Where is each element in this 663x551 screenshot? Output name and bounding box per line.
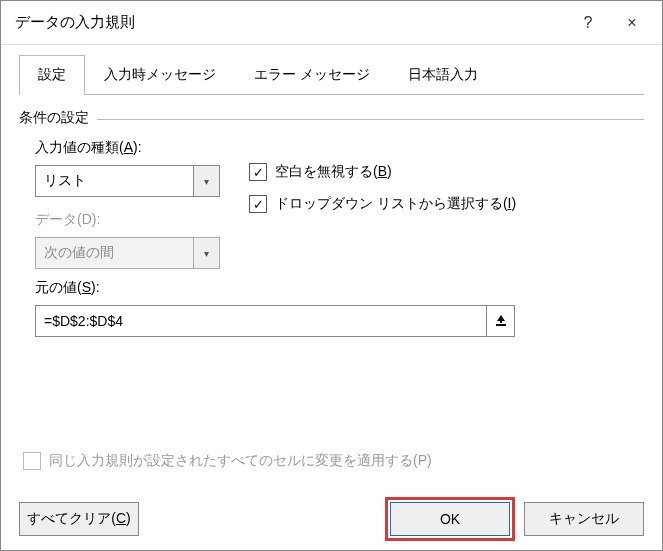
svg-rect-0 [496,324,506,326]
titlebar: データの入力規則 ? × [1,1,662,45]
checkbox-checked-icon: ✓ [249,195,267,213]
tab-ime[interactable]: 日本語入力 [389,55,497,94]
tab-bar: 設定 入力時メッセージ エラー メッセージ 日本語入力 [19,55,644,95]
group-label: 条件の設定 [19,109,89,127]
source-input[interactable] [36,313,486,329]
window-title: データの入力規則 [15,13,566,32]
data-select: 次の値の間 ▾ [35,237,220,269]
group-separator [97,119,644,120]
allow-dropdown-button[interactable]: ▾ [193,166,219,196]
tab-settings[interactable]: 設定 [19,55,85,95]
checkbox-checked-icon: ✓ [249,163,267,181]
source-label: 元の値(S): [35,279,644,297]
source-input-wrap [35,305,515,337]
help-button[interactable]: ? [566,1,610,45]
group-header: 条件の設定 [19,109,644,127]
incell-dropdown-label: ドロップダウン リストから選択する(I) [275,195,516,213]
chevron-down-icon: ▾ [204,248,209,259]
allow-value: リスト [36,172,193,190]
allow-select[interactable]: リスト ▾ [35,165,220,197]
range-picker-button[interactable] [486,306,514,336]
data-dropdown-button: ▾ [193,238,219,268]
chevron-down-icon: ▾ [204,176,209,187]
data-label: データ(D): [35,211,235,229]
range-picker-icon [494,314,508,328]
close-button[interactable]: × [610,1,654,45]
apply-same-label: 同じ入力規則が設定されたすべてのセルに変更を適用する(P) [49,452,432,470]
incell-dropdown-checkbox[interactable]: ✓ ドロップダウン リストから選択する(I) [249,195,516,213]
tab-input-message[interactable]: 入力時メッセージ [85,55,235,94]
data-value: 次の値の間 [36,244,193,262]
ignore-blank-label: 空白を無視する(B) [275,163,392,181]
allow-label: 入力値の種類(A): [35,139,235,157]
footer: すべてクリア(C) OK キャンセル [1,494,662,550]
cancel-button[interactable]: キャンセル [524,502,644,536]
ignore-blank-checkbox[interactable]: ✓ 空白を無視する(B) [249,163,516,181]
ok-button[interactable]: OK [390,502,510,536]
checkbox-unchecked-icon [23,452,41,470]
clear-all-button[interactable]: すべてクリア(C) [19,502,139,536]
settings-body: 入力値の種類(A): リスト ▾ データ(D): 次の値の間 ▾ ✓ [19,139,644,337]
tab-error-message[interactable]: エラー メッセージ [235,55,389,94]
content: 設定 入力時メッセージ エラー メッセージ 日本語入力 条件の設定 入力値の種類… [1,45,662,494]
apply-same-checkbox: 同じ入力規則が設定されたすべてのセルに変更を適用する(P) [23,452,644,470]
